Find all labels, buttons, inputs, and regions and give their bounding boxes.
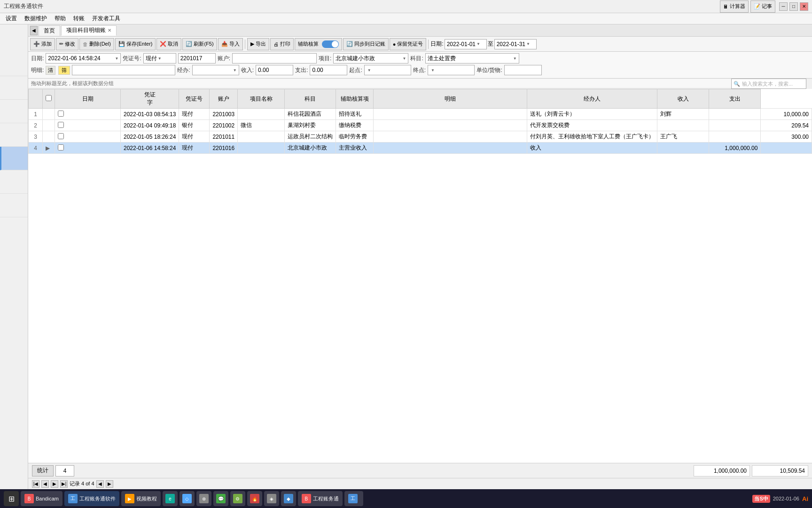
nav-item-6[interactable] [0, 170, 28, 194]
save-btn[interactable]: 💾 保存(Enter) [115, 38, 156, 50]
table-container[interactable]: 日期 凭证字 凭证号 账户 项目名称 科目 辅助核算项 明细 经办人 收入 支出 [28, 89, 812, 463]
account-form-input[interactable] [232, 53, 317, 64]
nav-item-4[interactable] [0, 123, 28, 147]
col-subject[interactable]: 科目 [285, 89, 336, 109]
col-project[interactable]: 项目名称 [238, 89, 285, 109]
add-btn[interactable]: ➕ 添加 [30, 38, 55, 50]
expand-icon[interactable] [43, 131, 55, 143]
end-form-select[interactable]: ▼ [428, 65, 475, 75]
table-row[interactable]: 12022-01-03 08:54:13现付2201003科信花园酒店招待送礼送… [29, 109, 812, 120]
minimize-btn[interactable]: ─ [779, 2, 788, 11]
delete-btn[interactable]: 🗑 删除(Del) [79, 38, 114, 50]
sum-btn[interactable]: 统计 [32, 465, 54, 476]
prev-page-btn[interactable]: ◀ [41, 480, 49, 488]
row-checkbox[interactable] [55, 131, 121, 143]
table-row[interactable]: 4▶2022-01-06 14:58:24现付2201016北京城建小市政主营业… [29, 143, 812, 154]
date-start-dropdown[interactable]: ▼ [476, 42, 480, 46]
project-dropdown-icon[interactable]: ▼ [402, 56, 406, 61]
col-note[interactable]: 明细 [374, 89, 527, 109]
voucher-num-input[interactable]: 2201017 [178, 53, 216, 64]
date-end-dropdown[interactable]: ▼ [526, 42, 530, 46]
taskbar-accounting2[interactable]: 工 [344, 491, 363, 506]
nav-item-3[interactable] [0, 100, 28, 123]
row-checkbox[interactable] [55, 109, 121, 120]
record-nav-btn-1[interactable]: ◀ [96, 480, 104, 488]
maximize-btn[interactable]: □ [789, 2, 798, 11]
table-row[interactable]: 22022-01-04 09:49:18银付2201002微信巢湖刘村委缴纳税费… [29, 120, 812, 131]
note-form-input[interactable] [72, 65, 175, 75]
refresh-btn[interactable]: 🔄 刷新(F5) [182, 38, 217, 50]
start-button[interactable]: ⊞ [4, 491, 19, 506]
taskbar-bandicam1[interactable]: B Bandicam [21, 491, 62, 506]
tab-home[interactable]: 首页 [39, 25, 60, 36]
income-form-input[interactable]: 0.00 [256, 65, 293, 75]
date-start-input[interactable]: 2022-01-01 ▼ [445, 39, 487, 49]
sync-btn[interactable]: 🔄 同步到日记账 [343, 38, 389, 50]
export-btn[interactable]: ▶ 导出 [247, 38, 269, 50]
project-form-input[interactable]: 北京城建小市政 ▼ [333, 53, 408, 64]
fuzhu-btn[interactable]: 辅助核算 [295, 38, 342, 50]
expense-form-input[interactable]: 0.00 [310, 65, 347, 75]
search-box[interactable]: 🔍 输入搜索文本，搜索... [731, 79, 806, 89]
last-page-btn[interactable]: ▶| [60, 480, 68, 488]
nav-item-manage[interactable] [0, 194, 28, 217]
taskbar-accounting[interactable]: 工 工程账务通软件 [64, 491, 119, 506]
taskbar-tool8[interactable]: ⚙ [230, 491, 245, 506]
menu-dev[interactable]: 开发者工具 [88, 14, 124, 24]
handler-dropdown-icon[interactable]: ▼ [233, 68, 237, 72]
col-income[interactable]: 收入 [657, 89, 709, 109]
taskbar-tool7[interactable]: 💬 [213, 491, 228, 506]
unit-form-input[interactable] [504, 65, 542, 75]
table-row[interactable]: 32022-01-05 18:26:24现付2201011运政员村二次结构临时劳… [29, 131, 812, 143]
col-account[interactable]: 账户 [210, 89, 238, 109]
record-nav-btn-2[interactable]: ▶ [106, 480, 113, 488]
col-checkbox[interactable] [43, 89, 55, 109]
col-voucher-num[interactable]: 凭证号 [179, 89, 210, 109]
tab-back-btn[interactable]: ◀ [30, 26, 38, 35]
tab-close-icon[interactable]: ✕ [108, 28, 111, 33]
voucher-type-select[interactable]: 现付 ▼ [143, 53, 176, 64]
menu-settings[interactable]: 设置 [2, 14, 21, 24]
taskbar-video[interactable]: ▶ 视频教程 [121, 491, 161, 506]
cancel-btn[interactable]: ❌ 取消 [156, 38, 181, 50]
taskbar-bandicam2[interactable]: B 工程账务通 [298, 491, 343, 506]
nav-item-5[interactable] [0, 147, 28, 170]
print-btn[interactable]: 🖨 打印 [270, 38, 294, 50]
start-form-select[interactable]: ▼ [364, 65, 411, 75]
col-fuzhu[interactable]: 辅助核算项 [336, 89, 374, 109]
expand-icon[interactable] [43, 120, 55, 131]
nav-item-1[interactable] [0, 53, 28, 76]
menu-transfer[interactable]: 转账 [70, 14, 88, 24]
date-end-input[interactable]: 2022-01-31 ▼ [494, 39, 537, 49]
col-handler[interactable]: 经办人 [527, 89, 657, 109]
taskbar-edge[interactable]: e [163, 491, 178, 506]
first-page-btn[interactable]: |◀ [32, 480, 39, 488]
taskbar-tool6[interactable]: ⊕ [196, 491, 211, 506]
expand-icon[interactable] [43, 109, 55, 120]
import-btn[interactable]: 📥 导入 [218, 38, 243, 50]
row-checkbox[interactable] [55, 143, 121, 154]
date-dropdown-icon[interactable]: ▼ [115, 56, 118, 61]
note-tag-1[interactable]: 清 [46, 66, 55, 75]
handler-form-input[interactable]: ▼ [192, 65, 239, 75]
col-expense[interactable]: 支出 [709, 89, 761, 109]
taskbar-tool10[interactable]: ◈ [264, 491, 279, 506]
edit-btn[interactable]: ✏ 修改 [56, 38, 78, 50]
date-form-input[interactable]: 2022-01-06 14:58:24 ▼ [46, 53, 121, 64]
select-all-checkbox[interactable] [46, 95, 52, 101]
next-page-btn[interactable]: ▶ [51, 480, 58, 488]
note-tag-2[interactable]: 筛 [58, 66, 70, 75]
nav-item-2[interactable] [0, 76, 28, 100]
taskbar-tool11[interactable]: ◆ [281, 491, 296, 506]
tab-detail[interactable]: 项目科目明细账 ✕ [61, 25, 117, 36]
col-date[interactable]: 日期 [55, 89, 121, 109]
notepad-btn[interactable]: 📝 记事 [750, 0, 775, 13]
expand-icon[interactable]: ▶ [43, 143, 55, 154]
close-btn[interactable]: ✕ [800, 2, 808, 11]
baocun-btn[interactable]: ● 保留凭证号 [390, 38, 427, 50]
taskbar-vscode[interactable]: ◇ [180, 491, 195, 506]
subject-form-input[interactable]: 渣土处置费 ▼ [425, 53, 519, 64]
taskbar-tool9[interactable]: 🔥 [247, 491, 262, 506]
calculator-btn[interactable]: 🖩 计算器 [720, 0, 749, 13]
menu-help[interactable]: 帮助 [51, 14, 70, 24]
